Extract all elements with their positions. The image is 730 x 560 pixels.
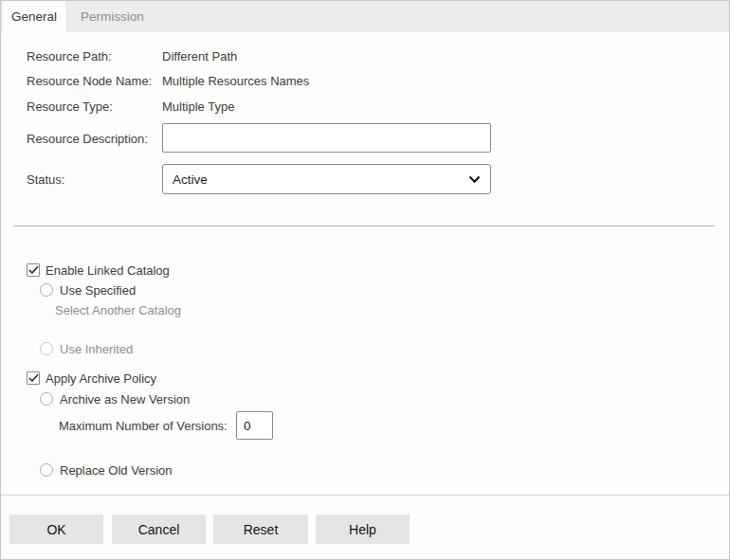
tab-strip: General Permission (1, 1, 729, 32)
check-icon (28, 263, 39, 278)
resource-type-value: Multiple Type (162, 99, 234, 114)
resource-node-name-value: Multiple Resources Names (162, 74, 309, 88)
footer-divider (1, 495, 729, 496)
select-another-catalog-link[interactable]: Select Another Catalog (55, 303, 181, 317)
cancel-button[interactable]: Cancel (112, 515, 206, 544)
resource-node-name-label: Resource Node Name: (27, 74, 152, 88)
resource-path-label: Resource Path: (27, 49, 112, 63)
enable-linked-catalog-label: Enable Linked Catalog (46, 263, 170, 278)
resource-type-label: Resource Type: (27, 99, 113, 114)
checkbox-enable-linked-catalog[interactable] (27, 263, 40, 277)
section-divider (13, 226, 715, 226)
ok-button[interactable]: OK (9, 515, 103, 544)
use-specified-label: Use Specified (60, 283, 136, 298)
status-select[interactable]: Active (162, 164, 491, 194)
radio-use-inherited[interactable] (40, 342, 53, 355)
status-selected-value: Active (173, 172, 208, 187)
max-versions-input[interactable] (236, 411, 273, 440)
properties-dialog: General Permission Resource Path: Differ… (0, 0, 730, 560)
status-label: Status: (27, 172, 64, 187)
radio-replace-old-version[interactable] (40, 463, 53, 477)
resource-description-label: Resource Description: (27, 132, 148, 146)
tab-general[interactable]: General (3, 1, 65, 32)
radio-archive-as-new-version[interactable] (40, 392, 53, 406)
checkbox-apply-archive-policy[interactable] (27, 371, 40, 385)
chevron-down-icon (468, 175, 481, 184)
reset-button[interactable]: Reset (213, 515, 308, 544)
archive-as-new-version-label: Archive as New Version (60, 392, 190, 406)
apply-archive-policy-label: Apply Archive Policy (46, 371, 156, 386)
replace-old-version-label: Replace Old Version (60, 463, 173, 478)
resource-description-input[interactable] (162, 123, 491, 153)
radio-use-specified[interactable] (40, 283, 53, 297)
use-inherited-label: Use Inherited (60, 342, 133, 356)
resource-path-value: Different Path (162, 49, 237, 63)
tab-permission[interactable]: Permission (65, 1, 159, 32)
check-icon (28, 371, 39, 386)
max-versions-label: Maximum Number of Versions: (59, 419, 228, 433)
help-button[interactable]: Help (316, 515, 410, 544)
